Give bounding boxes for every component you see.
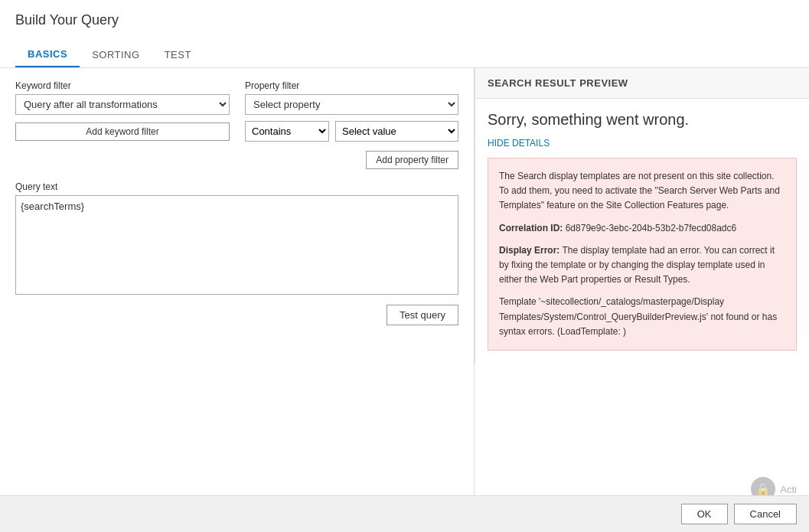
test-query-button[interactable]: Test query	[387, 305, 458, 325]
page-header: Build Your Query	[0, 0, 809, 42]
add-keyword-filter-button[interactable]: Add keyword filter	[15, 122, 230, 141]
right-panel: SEARCH RESULT PREVIEW Sorry, something w…	[475, 68, 809, 524]
add-property-filter-button[interactable]: Add property filter	[366, 151, 458, 169]
error-box: The Search display templates are not pre…	[488, 158, 797, 351]
activate-text: Acti	[780, 484, 797, 495]
ok-button[interactable]: OK	[681, 504, 728, 524]
display-error-label: Display Error:	[499, 245, 559, 256]
content-area: Keyword filter Query after all transform…	[0, 68, 809, 524]
error-line1: The Search display templates are not pre…	[499, 169, 785, 214]
correlation-label: Correlation ID:	[499, 223, 563, 233]
error-correlation: Correlation ID: 6d879e9c-3ebc-204b-53b2-…	[499, 221, 785, 236]
filters-row: Keyword filter Query after all transform…	[15, 80, 458, 169]
tab-sorting[interactable]: SORTING	[80, 42, 152, 67]
contains-select[interactable]: Contains Equals Not contains	[245, 121, 329, 142]
cancel-button[interactable]: Cancel	[734, 504, 797, 524]
correlation-value: 6d879e9c-3ebc-204b-53b2-b7fecd08adc6	[566, 223, 737, 233]
tab-test[interactable]: TEST	[152, 42, 204, 67]
search-result-header: SEARCH RESULT PREVIEW	[475, 68, 809, 99]
tab-basics[interactable]: BASICS	[15, 42, 80, 67]
property-filter-row: Contains Equals Not contains Select valu…	[245, 121, 458, 142]
page-wrapper: Build Your Query BASICS SORTING TEST Key…	[0, 0, 809, 532]
page-title: Build Your Query	[15, 12, 794, 28]
error-heading: Sorry, something went wrong.	[488, 111, 797, 129]
query-text-label: Query text	[15, 181, 458, 192]
property-filter-label: Property filter	[245, 80, 458, 91]
left-panel: Keyword filter Query after all transform…	[0, 68, 475, 524]
property-filter-select[interactable]: Select property	[245, 94, 458, 115]
hide-details-link[interactable]: HIDE DETAILS	[488, 138, 797, 149]
query-text-input[interactable]: {searchTerms}	[15, 195, 458, 295]
keyword-filter-label: Keyword filter	[15, 80, 230, 91]
template-text: Template '~sitecollection/_catalogs/mast…	[499, 295, 785, 339]
property-filter-group: Property filter Select property Contains…	[245, 80, 458, 169]
error-display-error: Display Error: The display template had …	[499, 243, 785, 288]
query-text-group: Query text {searchTerms}	[15, 181, 458, 297]
tabs-bar: BASICS SORTING TEST	[0, 42, 809, 68]
search-result-content: Sorry, something went wrong. HIDE DETAIL…	[475, 99, 809, 363]
footer-bar: OK Cancel	[0, 495, 809, 532]
keyword-filter-group: Keyword filter Query after all transform…	[15, 80, 230, 169]
keyword-filter-select[interactable]: Query after all transformations Query be…	[15, 94, 230, 115]
value-select[interactable]: Select value	[335, 121, 458, 142]
